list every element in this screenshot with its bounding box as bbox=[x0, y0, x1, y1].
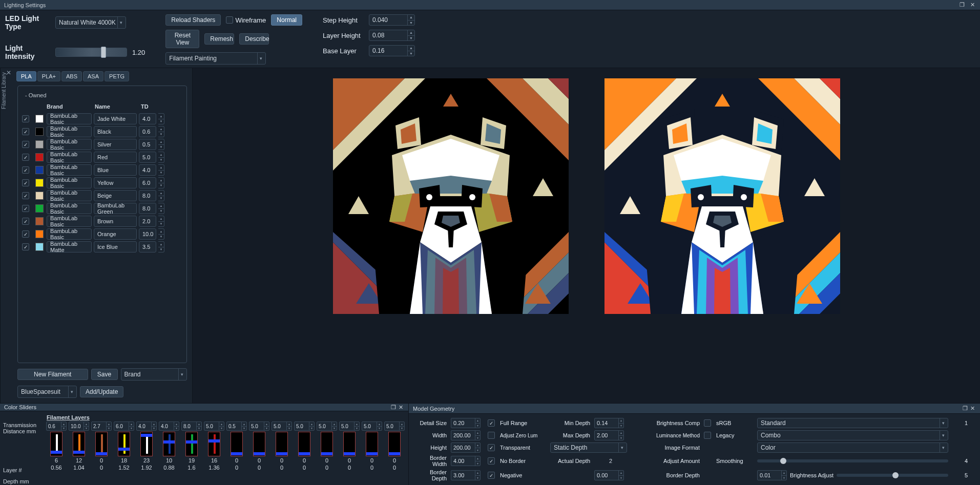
filament-checkbox[interactable]: ✓ bbox=[22, 128, 29, 135]
brightness-comp-dropdown[interactable]: Standard▾ bbox=[757, 418, 948, 428]
filament-name[interactable]: Silver bbox=[94, 139, 137, 150]
td-spinner[interactable]: 5.0▲▼ bbox=[317, 421, 337, 431]
filament-brand[interactable]: BambuLab Basic bbox=[47, 139, 92, 150]
layer-slider[interactable] bbox=[185, 432, 198, 456]
new-filament-button[interactable]: New Filament bbox=[17, 369, 88, 380]
filament-name[interactable]: Brown bbox=[94, 216, 137, 227]
srgb-checkbox[interactable] bbox=[704, 419, 711, 427]
color-swatch[interactable] bbox=[35, 217, 44, 225]
filament-td[interactable]: 6.0 bbox=[139, 177, 156, 188]
filament-brand[interactable]: BambuLab Basic bbox=[47, 190, 92, 201]
layer-height-spinner[interactable]: 0.08 ▲▼ bbox=[369, 30, 415, 41]
td-spinner[interactable]: 4.0▲▼ bbox=[136, 421, 157, 431]
full-range-checkbox[interactable]: ✓ bbox=[488, 419, 495, 427]
filament-checkbox[interactable]: ✓ bbox=[22, 154, 29, 161]
panel-restore-icon[interactable]: ❐ bbox=[390, 404, 397, 411]
td-spinner[interactable]: 2.7▲▼ bbox=[91, 421, 112, 431]
filament-brand[interactable]: BambuLab Basic bbox=[47, 126, 92, 137]
filament-name[interactable]: Jade White bbox=[94, 113, 137, 124]
td-spinner[interactable]: ▲▼ bbox=[158, 190, 164, 201]
layer-slider[interactable] bbox=[298, 432, 310, 456]
filament-checkbox[interactable]: ✓ bbox=[22, 205, 29, 212]
negative-checkbox[interactable]: ✓ bbox=[488, 472, 495, 479]
filament-brand[interactable]: BambuLab Basic bbox=[47, 164, 92, 176]
step-height-spinner[interactable]: 0.040 ▲▼ bbox=[369, 14, 415, 26]
layer-slider[interactable] bbox=[321, 432, 333, 456]
color-swatch[interactable] bbox=[35, 153, 44, 161]
material-tab-abs[interactable]: ABS bbox=[61, 71, 82, 81]
filament-brand[interactable]: BambuLab Basic bbox=[47, 216, 92, 227]
layer-slider[interactable] bbox=[50, 432, 62, 456]
layer-slider[interactable] bbox=[140, 432, 153, 456]
window-restore-icon[interactable]: ❐ bbox=[958, 2, 966, 9]
height-spinner[interactable]: 200.00▲▼ bbox=[451, 442, 481, 453]
filament-brand[interactable]: BambuLab Basic bbox=[47, 177, 92, 188]
color-swatch[interactable] bbox=[35, 128, 44, 136]
border-depth-spinner[interactable]: 3.00▲▼ bbox=[451, 470, 481, 480]
filament-name[interactable]: BambuLab Green bbox=[94, 203, 137, 214]
td-spinner[interactable]: 5.0▲▼ bbox=[362, 421, 382, 431]
filament-td[interactable]: 4.0 bbox=[139, 164, 156, 176]
mode-dropdown[interactable]: Filament Painting ▾ bbox=[165, 52, 266, 65]
color-swatch[interactable] bbox=[35, 179, 44, 187]
detail-size-spinner[interactable]: 0.20▲▼ bbox=[451, 418, 481, 428]
filament-name[interactable]: Black bbox=[94, 126, 137, 137]
filament-checkbox[interactable]: ✓ bbox=[22, 243, 29, 250]
filament-checkbox[interactable]: ✓ bbox=[22, 141, 29, 148]
light-intensity-slider[interactable] bbox=[55, 48, 127, 57]
td-spinner[interactable]: 5.0▲▼ bbox=[384, 421, 405, 431]
filament-td[interactable]: 4.0 bbox=[139, 113, 156, 124]
filament-brand[interactable]: BambuLab Basic bbox=[47, 152, 92, 163]
td-spinner[interactable]: 5.0▲▼ bbox=[249, 421, 269, 431]
window-close-icon[interactable]: ✕ bbox=[969, 2, 976, 9]
td-spinner[interactable]: ▲▼ bbox=[158, 216, 164, 227]
td-spinner[interactable]: ▲▼ bbox=[158, 203, 164, 214]
material-tab-pla[interactable]: PLA bbox=[16, 71, 36, 81]
filament-brand[interactable]: BambuLab Matte bbox=[47, 241, 92, 252]
reload-shaders-button[interactable]: Reload Shaders bbox=[165, 14, 221, 26]
border-width-spinner[interactable]: 4.00▲▼ bbox=[451, 456, 481, 466]
filament-checkbox[interactable]: ✓ bbox=[22, 166, 29, 174]
filament-name[interactable]: Red bbox=[94, 152, 137, 163]
td-spinner[interactable]: 4.0▲▼ bbox=[159, 421, 179, 431]
filament-brand[interactable]: BambuLab Basic bbox=[47, 113, 92, 124]
td-spinner[interactable]: ▲▼ bbox=[158, 241, 164, 252]
border-depth2-spinner[interactable]: 0.01▲▼ bbox=[757, 470, 787, 480]
led-light-type-dropdown[interactable]: Natural White 4000K ▾ bbox=[55, 16, 126, 29]
layer-slider[interactable] bbox=[366, 432, 378, 456]
luminance-method-dropdown[interactable]: Combo▾ bbox=[757, 430, 948, 440]
color-swatch[interactable] bbox=[35, 115, 44, 123]
image-format-dropdown[interactable]: Color▾ bbox=[757, 442, 948, 453]
layer-slider[interactable] bbox=[95, 432, 108, 456]
filament-td[interactable]: 5.0 bbox=[139, 152, 156, 163]
material-tab-pla+[interactable]: PLA+ bbox=[37, 71, 60, 81]
layer-slider[interactable] bbox=[73, 432, 85, 456]
save-button[interactable]: Save bbox=[91, 369, 118, 380]
td-spinner[interactable]: ▲▼ bbox=[158, 152, 164, 163]
filament-name[interactable]: Yellow bbox=[94, 177, 137, 188]
layer-slider[interactable] bbox=[388, 432, 401, 456]
filament-td[interactable]: 10.0 bbox=[139, 228, 156, 240]
transparent-checkbox[interactable]: ✓ bbox=[488, 444, 495, 451]
filament-checkbox[interactable]: ✓ bbox=[22, 179, 29, 186]
smoothing-slider[interactable] bbox=[757, 459, 948, 462]
filament-td[interactable]: 3.5 bbox=[139, 241, 156, 252]
layer-slider[interactable] bbox=[163, 432, 175, 456]
td-spinner[interactable]: ▲▼ bbox=[158, 164, 164, 176]
filament-library-side-tab[interactable]: Filament Library bbox=[0, 68, 7, 403]
td-spinner[interactable]: 5.0▲▼ bbox=[272, 421, 292, 431]
filament-td[interactable]: 8.0 bbox=[139, 203, 156, 214]
filament-checkbox[interactable]: ✓ bbox=[22, 192, 29, 199]
filament-td[interactable]: 8.0 bbox=[139, 190, 156, 201]
filament-checkbox[interactable]: ✓ bbox=[22, 218, 29, 225]
panel-restore-icon[interactable]: ❐ bbox=[962, 405, 969, 412]
wireframe-checkbox[interactable] bbox=[226, 16, 233, 24]
td-spinner[interactable]: 5.0▲▼ bbox=[294, 421, 315, 431]
filament-td[interactable]: 2.0 bbox=[139, 216, 156, 227]
material-tab-petg[interactable]: PETG bbox=[105, 71, 129, 81]
panel-close-icon[interactable]: ✕ bbox=[969, 405, 976, 412]
width-spinner[interactable]: 200.00▲▼ bbox=[451, 430, 481, 440]
remesh-button[interactable]: Remesh bbox=[204, 33, 234, 45]
filament-name[interactable]: Blue bbox=[94, 164, 137, 176]
panel-close-icon[interactable]: ✕ bbox=[397, 404, 404, 411]
